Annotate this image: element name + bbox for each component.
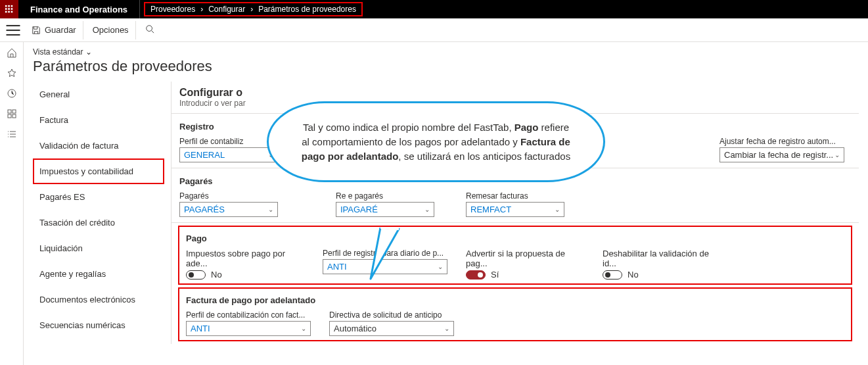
annotation-callout: Tal y como indica el propio nombre del F… bbox=[267, 101, 605, 182]
app-title: Finance and Operations bbox=[18, 0, 140, 18]
waffle-icon[interactable] bbox=[0, 0, 18, 18]
chevron-right-icon: › bbox=[250, 5, 253, 14]
pagares-label: Pagarés bbox=[179, 191, 278, 201]
deshabilitar-toggle[interactable] bbox=[603, 270, 622, 280]
nav-factura[interactable]: Factura bbox=[33, 107, 164, 133]
ajustar-fecha-select[interactable]: Cambiar la fecha de registr...⌄ bbox=[720, 147, 844, 162]
svg-rect-15 bbox=[8, 110, 11, 113]
impuestos-pago-value: No bbox=[211, 270, 222, 280]
svg-rect-8 bbox=[11, 11, 13, 13]
nav-agente[interactable]: Agente y regalías bbox=[33, 261, 164, 287]
perfil-contabiliz-label: Perfil de contabiliz bbox=[179, 137, 278, 146]
chevron-down-icon: ⌄ bbox=[438, 263, 443, 270]
star-icon[interactable] bbox=[7, 68, 17, 80]
page-title: Parámetros de proveedores bbox=[33, 58, 859, 75]
nav-pagares-es[interactable]: Pagarés ES bbox=[33, 184, 164, 210]
workspace-icon[interactable] bbox=[7, 109, 17, 121]
nav-secuencias[interactable]: Secuencias numéricas bbox=[33, 312, 164, 338]
svg-rect-16 bbox=[12, 110, 16, 113]
chevron-down-icon: ⌄ bbox=[444, 325, 449, 332]
remesar-label: Remesar facturas bbox=[466, 191, 564, 201]
nav-impuestos[interactable]: Impuestos y contabilidad bbox=[33, 158, 164, 184]
perfil-fact-label: Perfil de contabilización con fact... bbox=[186, 310, 311, 320]
nav-documentos[interactable]: Documentos electrónicos bbox=[33, 287, 164, 312]
directiva-select[interactable]: Automático⌄ bbox=[329, 321, 454, 336]
perfil-fact-select[interactable]: ANTI⌄ bbox=[186, 321, 311, 336]
svg-rect-17 bbox=[8, 114, 11, 118]
remitir-select[interactable]: IPAGARÉ⌄ bbox=[336, 202, 434, 217]
side-nav: General Factura Validación de factura Im… bbox=[33, 82, 164, 344]
form-header-title: Configurar o bbox=[179, 87, 851, 99]
save-icon bbox=[32, 26, 41, 35]
svg-rect-6 bbox=[5, 11, 7, 13]
svg-rect-3 bbox=[5, 8, 7, 10]
save-label: Guardar bbox=[45, 25, 76, 35]
advertir-value: Sí bbox=[491, 270, 499, 280]
remesar-select[interactable]: REMFACT⌄ bbox=[466, 202, 564, 217]
impuestos-pago-label: Impuestos sobre pago por ade... bbox=[186, 249, 304, 268]
search-icon[interactable] bbox=[139, 22, 161, 38]
nav-tasacion[interactable]: Tasación del crédito bbox=[33, 210, 164, 235]
advertir-label: Advertir si la propuesta de pag... bbox=[466, 249, 584, 268]
svg-rect-7 bbox=[8, 11, 10, 13]
chevron-down-icon: ⌄ bbox=[834, 151, 840, 158]
crumb-1[interactable]: Proveedores bbox=[150, 5, 195, 14]
deshabilitar-label: Deshabilitar la validación de id... bbox=[603, 249, 721, 268]
svg-point-12 bbox=[146, 26, 152, 32]
remitir-label: Re e pagarés bbox=[336, 191, 434, 201]
view-selector[interactable]: Vista estándar ⌄ bbox=[33, 47, 859, 57]
recent-icon[interactable] bbox=[7, 88, 17, 101]
breadcrumb: Proveedores › Configurar › Parámetros de… bbox=[144, 2, 363, 16]
chevron-down-icon: ⌄ bbox=[555, 206, 560, 213]
pagares-select[interactable]: PAGARÉS⌄ bbox=[179, 202, 278, 217]
hamburger-icon[interactable] bbox=[4, 21, 22, 39]
nav-general[interactable]: General bbox=[33, 82, 164, 107]
advertir-toggle[interactable] bbox=[466, 270, 486, 280]
chevron-down-icon: ⌄ bbox=[85, 47, 92, 57]
chevron-down-icon: ⌄ bbox=[424, 206, 430, 213]
svg-rect-1 bbox=[8, 5, 10, 7]
nav-validacion[interactable]: Validación de factura bbox=[33, 133, 164, 158]
chevron-right-icon: › bbox=[200, 5, 203, 14]
svg-rect-2 bbox=[11, 5, 13, 7]
section-pago-title: Pago bbox=[186, 231, 844, 249]
crumb-2[interactable]: Configurar bbox=[208, 5, 245, 14]
crumb-3[interactable]: Parámetros de proveedores bbox=[258, 5, 356, 14]
nav-liquidacion[interactable]: Liquidación bbox=[33, 235, 164, 261]
directiva-label: Directiva de solicitud de anticipo bbox=[329, 310, 454, 320]
chevron-down-icon: ⌄ bbox=[268, 206, 273, 213]
deshabilitar-value: No bbox=[628, 270, 639, 280]
chevron-down-icon: ⌄ bbox=[301, 325, 306, 332]
options-button[interactable]: Opciones bbox=[86, 21, 136, 39]
perfil-contabiliz-select[interactable]: GENERAL⌄ bbox=[179, 147, 278, 162]
save-button[interactable]: Guardar bbox=[25, 21, 83, 39]
options-label: Opciones bbox=[93, 25, 129, 35]
modules-icon[interactable] bbox=[7, 129, 17, 141]
section-factura-pago-title: Factura de pago por adelantado bbox=[186, 293, 844, 310]
ajustar-fecha-label: Ajustar fecha de registro autom... bbox=[720, 137, 844, 146]
impuestos-pago-toggle[interactable] bbox=[186, 270, 206, 280]
svg-rect-5 bbox=[11, 8, 13, 10]
svg-rect-0 bbox=[5, 5, 7, 7]
svg-rect-4 bbox=[8, 8, 10, 10]
svg-line-13 bbox=[151, 31, 154, 34]
svg-rect-18 bbox=[12, 114, 16, 118]
home-icon[interactable] bbox=[7, 47, 17, 60]
